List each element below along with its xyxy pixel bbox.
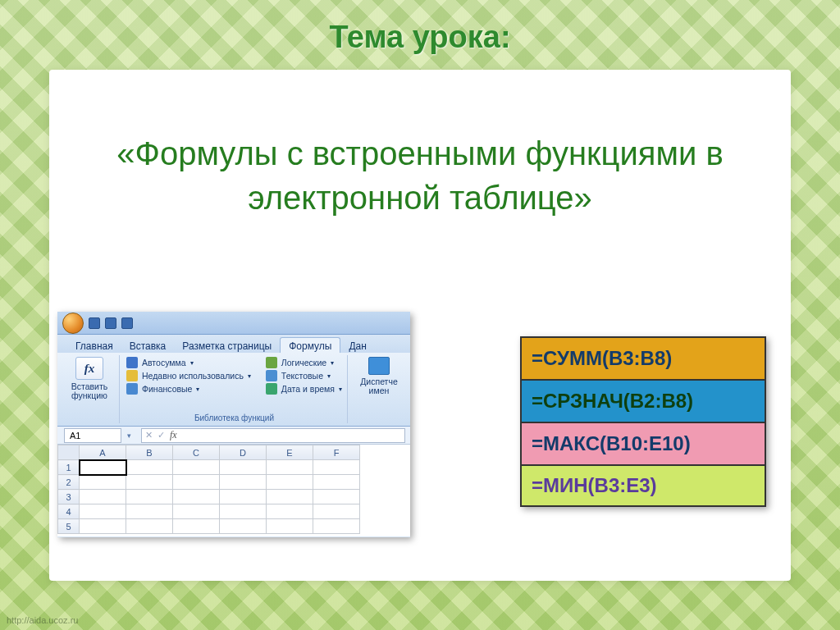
office-button-icon (62, 313, 84, 334)
formula-bar-row: A1 ▾ ✕ ✓ fx (57, 427, 410, 445)
row-header: 2 (58, 475, 80, 490)
name-manager-icon (368, 357, 390, 375)
col-header: B (126, 445, 173, 460)
cmd-financial: Финансовые ▾ (126, 383, 251, 395)
row-header: 3 (58, 490, 80, 504)
formula-max: =МАКС(B10:E10) (520, 422, 766, 464)
qat-redo-icon (121, 317, 133, 329)
ribbon-tabs: Главная Вставка Разметка страницы Формул… (57, 335, 410, 353)
insert-function-label: Вставить функцию (71, 382, 108, 400)
excel-screenshot: Главная Вставка Разметка страницы Формул… (57, 312, 410, 537)
text-icon (266, 370, 277, 381)
slide-heading: Тема урока: (0, 20, 840, 55)
col-header: F (313, 445, 360, 460)
group-caption-library: Библиотека функций (126, 413, 342, 423)
sigma-icon (126, 357, 138, 368)
select-all-corner (58, 445, 80, 460)
col-header: D (220, 445, 267, 460)
cmd-recent: Недавно использовались ▾ (126, 370, 251, 381)
col-header: E (267, 445, 313, 460)
cell-a1 (80, 460, 126, 475)
cmd-logical: Логические ▾ (266, 357, 342, 368)
tab-insert: Вставка (121, 338, 175, 353)
worksheet-grid: A B C D E F 1 2 3 4 5 (57, 445, 410, 536)
tab-pagelayout: Разметка страницы (174, 338, 280, 353)
name-box: A1 (64, 428, 121, 443)
formula-examples: =СУММ(B3:B8) =СРЗНАЧ(B2:B8) =МАКС(B10:E1… (520, 336, 766, 507)
name-manager-button: Диспетче имен (354, 357, 404, 395)
tab-home: Главная (67, 338, 121, 353)
slide-subtitle: «Формулы с встроенными функциями в элект… (49, 131, 791, 220)
cmd-text: Текстовые ▾ (266, 370, 342, 381)
row-header: 1 (58, 460, 80, 475)
cmd-datetime: Дата и время ▾ (266, 383, 342, 395)
col-header: A (80, 445, 126, 460)
row-header: 4 (58, 504, 80, 519)
tab-formulas: Формулы (280, 337, 340, 353)
row-header: 5 (58, 519, 80, 534)
formula-avg: =СРЗНАЧ(B2:B8) (520, 379, 766, 422)
col-header: C (173, 445, 220, 460)
ribbon-body: fx Вставить функцию Автосумма ▾ Недавно … (57, 353, 410, 427)
qat-save-icon (89, 317, 100, 329)
formula-min: =МИН(B3:E3) (520, 464, 766, 507)
qat-undo-icon (105, 317, 116, 329)
fx-label-icon: fx (170, 429, 177, 441)
formula-sum: =СУММ(B3:B8) (520, 336, 766, 379)
formula-bar: ✕ ✓ fx (141, 428, 405, 443)
name-manager-label: Диспетче имен (360, 377, 398, 395)
footer-url: http://aida.ucoz.ru (7, 615, 78, 625)
fx-icon: fx (75, 357, 103, 380)
clock-icon (266, 383, 277, 395)
book-icon (126, 383, 138, 395)
logic-icon (266, 357, 277, 368)
tab-data: Дан (340, 338, 374, 353)
cmd-autosum: Автосумма ▾ (126, 357, 251, 368)
quick-access-toolbar (57, 312, 410, 335)
insert-function-button: fx Вставить функцию (65, 357, 114, 400)
star-icon (126, 370, 138, 381)
